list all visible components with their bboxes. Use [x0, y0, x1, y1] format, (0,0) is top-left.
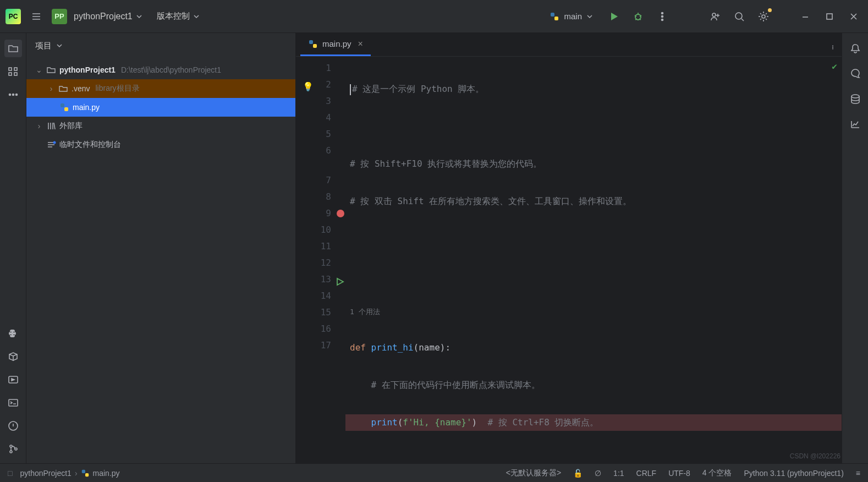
svg-rect-13 [14, 73, 17, 75]
svg-point-8 [762, 15, 765, 18]
no-sync-icon[interactable]: ∅ [595, 469, 601, 478]
nav-back-icon[interactable]: □ [8, 469, 12, 478]
tree-venv-hint: library根目录 [95, 84, 139, 94]
svg-rect-27 [313, 44, 317, 48]
python-file-icon [308, 39, 318, 49]
cursor-position[interactable]: 1:1 [613, 469, 624, 478]
chevron-right-icon: › [47, 84, 55, 93]
indent-settings[interactable]: 4 个空格 [702, 468, 732, 478]
project-badge: PP [52, 9, 67, 24]
database-icon[interactable] [847, 90, 864, 108]
python-file-icon [550, 12, 559, 21]
terminal-icon[interactable] [4, 394, 22, 412]
svg-rect-0 [551, 13, 554, 17]
menu-hamburger-icon[interactable] [28, 8, 45, 25]
problems-icon[interactable] [4, 417, 22, 435]
status-readonly-icon[interactable]: 🔓 [573, 469, 583, 478]
tree-root[interactable]: ⌄ pythonProject1 D:\test\lj\abcd\pythonP… [26, 61, 295, 79]
usage-hint[interactable]: 1 个用法 [345, 305, 842, 319]
svg-point-29 [832, 47, 833, 47]
ai-assistant-icon[interactable] [847, 65, 864, 83]
project-tree: ⌄ pythonProject1 D:\test\lj\abcd\pythonP… [26, 58, 295, 156]
chevron-down-icon [586, 13, 593, 20]
debug-button[interactable] [629, 8, 647, 25]
close-button[interactable] [845, 8, 862, 25]
maximize-button[interactable] [821, 8, 838, 25]
tree-file-main[interactable]: main.py [26, 98, 295, 117]
vcs-tool-icon[interactable] [4, 440, 22, 458]
more-tools-icon[interactable] [4, 86, 22, 103]
code-with-me-icon[interactable] [706, 8, 724, 25]
editor-tab-main[interactable]: main.py × [300, 33, 371, 56]
tree-scratches[interactable]: › 临时文件和控制台 [26, 135, 295, 154]
close-tab-icon[interactable]: × [358, 39, 363, 49]
chevron-down-icon [193, 13, 200, 20]
svg-rect-18 [9, 399, 18, 406]
code-content[interactable]: # 这是一个示例 Python 脚本。 # 按 Shift+F10 执行或将其替… [345, 57, 842, 463]
run-config-name: main [564, 12, 582, 21]
chevron-down-icon: ⌄ [35, 65, 43, 74]
python-file-icon [81, 469, 90, 478]
editor-gutter: 1 2💡 3 4 5 6 7 8 9 10 11 12 13 14 15 16 … [296, 57, 345, 463]
status-server[interactable]: <无默认服务器> [506, 468, 561, 478]
search-icon[interactable] [730, 8, 748, 25]
chevron-down-icon [136, 13, 142, 20]
python-packages-icon[interactable] [4, 348, 22, 365]
svg-rect-33 [85, 473, 89, 476]
inspections-ok-icon[interactable]: ✔ [832, 61, 837, 72]
project-menu[interactable]: pythonProject1 [74, 12, 142, 21]
svg-point-21 [10, 451, 12, 453]
tree-ext-label: 外部库 [59, 121, 83, 131]
svg-rect-10 [9, 68, 12, 70]
tree-root-path: D:\test\lj\abcd\pythonProject1 [121, 65, 221, 74]
tree-venv[interactable]: › .venv library根目录 [26, 79, 295, 98]
breakpoint-icon[interactable] [337, 210, 344, 217]
code-line-4: # 按 双击 Shift 在所有地方搜索类、文件、工具窗口、操作和设置。 [350, 196, 631, 206]
status-menu-icon[interactable]: ≡ [856, 469, 860, 478]
interpreter[interactable]: Python 3.11 (pythonProject1) [744, 469, 843, 478]
library-icon [46, 121, 56, 131]
svg-rect-11 [9, 73, 12, 75]
pycharm-logo-icon: PC [6, 9, 21, 24]
code-line-3: # 按 Shift+F10 执行或将其替换为您的代码。 [350, 158, 542, 169]
svg-point-28 [832, 46, 833, 46]
svg-point-14 [9, 94, 10, 96]
tab-options-icon[interactable] [824, 39, 842, 56]
minimize-button[interactable] [796, 8, 814, 25]
project-panel-title: 项目 [35, 41, 52, 51]
chevron-down-icon [56, 42, 63, 49]
more-actions-icon[interactable] [653, 8, 671, 25]
settings-icon[interactable] [755, 8, 772, 25]
project-name: pythonProject1 [74, 12, 133, 21]
tree-root-label: pythonProject1 [59, 65, 116, 74]
python-console-icon[interactable] [4, 325, 22, 342]
run-config-selector[interactable]: main [544, 9, 598, 24]
svg-point-30 [832, 48, 833, 49]
tree-scratch-label: 临时文件和控制台 [59, 140, 121, 150]
svg-rect-1 [554, 17, 558, 20]
svg-rect-32 [81, 469, 85, 473]
project-tool-icon[interactable] [4, 40, 22, 57]
structure-tool-icon[interactable] [4, 63, 22, 80]
line-separator[interactable]: CRLF [636, 469, 657, 478]
project-panel-header[interactable]: 项目 [26, 33, 295, 58]
run-button[interactable] [605, 8, 623, 25]
svg-rect-24 [64, 107, 68, 111]
svg-point-20 [10, 445, 12, 447]
breadcrumb[interactable]: pythonProject1 › main.py [20, 469, 119, 478]
tree-file-label: main.py [73, 103, 100, 112]
sciview-icon[interactable] [847, 116, 864, 133]
notifications-icon[interactable] [847, 40, 864, 57]
editor-tab-label: main.py [322, 39, 351, 48]
services-icon[interactable] [4, 371, 22, 388]
vcs-menu[interactable]: 版本控制 [157, 11, 200, 21]
tree-external-libs[interactable]: › 外部库 [26, 117, 295, 135]
scratch-icon [46, 140, 56, 150]
code-editor[interactable]: 1 2💡 3 4 5 6 7 8 9 10 11 12 13 14 15 16 … [296, 57, 842, 463]
editor-tabs: main.py × [296, 33, 842, 57]
editor-area: main.py × 1 2💡 3 4 5 6 7 8 9 10 11 12 13 [296, 33, 842, 463]
code-line-1: # 这是一个示例 Python 脚本。 [352, 84, 484, 94]
svg-point-25 [53, 141, 56, 144]
file-encoding[interactable]: UTF-8 [668, 469, 690, 478]
folder-icon [46, 65, 56, 75]
